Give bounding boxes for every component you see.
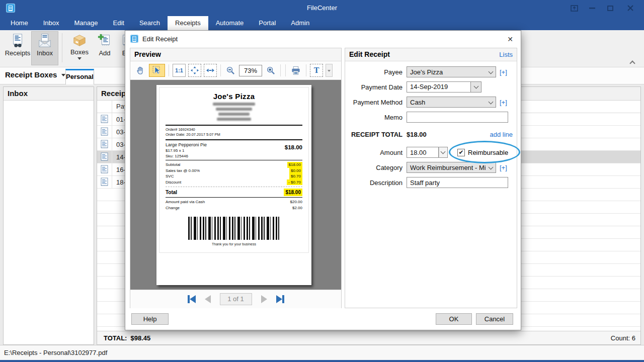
first-page-button[interactable]: [188, 295, 196, 303]
help-button[interactable]: Help: [131, 313, 169, 325]
zoom-out-icon[interactable]: [224, 64, 236, 77]
edit-receipt-dialog: Edit Receipt ✕ Preview 1:1: [125, 30, 521, 330]
reimbursable-checkbox[interactable]: ✔: [457, 149, 465, 156]
add-payment-method-button[interactable]: [+]: [500, 99, 507, 106]
ok-button[interactable]: OK: [436, 313, 472, 325]
cancel-button[interactable]: Cancel: [476, 313, 513, 325]
dialog-titlebar: Edit Receipt ✕: [125, 31, 521, 47]
receipt-boxes-dropdown[interactable]: Receipt Boxes: [5, 70, 65, 79]
reimbursable-label: Reimbursable: [468, 149, 508, 156]
payment-date-input[interactable]: 14-Sep-2019: [407, 81, 471, 93]
description-input[interactable]: [407, 177, 508, 188]
preview-canvas[interactable]: Joe's Pizza Order# 16924340 Order Date: …: [130, 80, 341, 290]
select-tool-button[interactable]: [149, 64, 165, 77]
menu-tab-home[interactable]: Home: [3, 16, 36, 30]
category-select[interactable]: Work Reimbursement - Misc: [407, 162, 496, 173]
receipt-order-date: Order Date: 20.07.2017 5:07 PM: [166, 132, 302, 137]
menu-tab-automate[interactable]: Automate: [208, 16, 252, 30]
edit-group-title: Edit Receipt: [349, 50, 390, 58]
zoom-level-input[interactable]: [239, 65, 262, 76]
collapse-ribbon-icon[interactable]: [629, 59, 637, 65]
add-receipt-icon: [97, 33, 112, 48]
category-label: Category: [345, 164, 407, 171]
add-receipt-button[interactable]: Add: [93, 31, 116, 65]
chevron-down-icon: [474, 84, 479, 89]
receipt-page: Joe's Pizza Order# 16924340 Order Date: …: [156, 85, 311, 285]
icon-column-header: [97, 101, 112, 113]
receipt-store-name: Joe's Pizza: [166, 92, 302, 101]
chevron-down-icon: [489, 100, 494, 105]
add-payee-button[interactable]: [+]: [500, 68, 507, 76]
menu-tab-inbox[interactable]: Inbox: [36, 16, 67, 30]
pin-window-icon[interactable]: [569, 3, 580, 13]
edit-receipt-group: Edit Receipt Lists Payee Joe's Pizza [+]…: [345, 48, 517, 308]
inbox-panel: Inbox: [3, 86, 94, 345]
window-title: FileCenter: [0, 0, 644, 16]
print-icon[interactable]: [289, 64, 302, 77]
receipt-svc-row: SVC$0.70: [166, 173, 302, 179]
zoom-in-icon[interactable]: [265, 64, 277, 77]
last-page-button[interactable]: [276, 295, 284, 303]
payment-method-select[interactable]: Cash: [407, 97, 496, 108]
inbox-panel-title: Inbox: [4, 87, 94, 101]
receipt-order-number: Order# 16924340: [166, 127, 302, 132]
menu-tab-receipts[interactable]: Receipts: [168, 16, 208, 30]
payment-date-label: Payment Date: [345, 83, 407, 91]
select-arrow-icon: [152, 66, 162, 75]
text-tool-dropdown-icon[interactable]: [326, 64, 333, 77]
date-dropdown-button[interactable]: [471, 81, 481, 93]
chevron-down-icon: [441, 149, 446, 154]
inbox-button[interactable]: Inbox: [31, 31, 58, 65]
amount-input[interactable]: [407, 147, 439, 158]
payee-label: Payee: [345, 68, 407, 76]
menu-tab-edit[interactable]: Edit: [105, 16, 131, 30]
payee-select[interactable]: Joe's Pizza: [407, 66, 496, 77]
window-border: [0, 360, 644, 362]
previous-page-button[interactable]: [205, 295, 211, 303]
box-icon: [72, 33, 87, 47]
amount-dropdown-button[interactable]: [439, 147, 448, 158]
pan-hand-icon[interactable]: [133, 64, 146, 77]
maximize-icon[interactable]: [605, 3, 616, 13]
count-badge: Count: 6: [611, 334, 635, 342]
memo-input[interactable]: [407, 112, 508, 123]
ribbon-separator: [62, 33, 62, 62]
dialog-close-icon[interactable]: ✕: [503, 33, 518, 46]
minimize-icon[interactable]: [587, 3, 598, 13]
boxes-button[interactable]: Boxes: [66, 31, 93, 65]
actual-size-button[interactable]: 1:1: [173, 64, 186, 77]
barcode: [188, 217, 280, 240]
menu-tab-admin[interactable]: Admin: [283, 16, 317, 30]
close-icon[interactable]: [625, 3, 636, 13]
next-page-button[interactable]: [261, 295, 267, 303]
receipt-line-item: Large Pepperoni Pie $17.95 x 1 Sku: 1254…: [166, 142, 302, 159]
text-select-tool-button[interactable]: T: [310, 64, 323, 77]
page-navigation: 1 of 1: [130, 290, 341, 308]
receipt-icon: [97, 151, 112, 163]
boxes-dropdown-icon: [77, 57, 82, 60]
lists-link[interactable]: Lists: [499, 48, 513, 61]
chevron-down-icon: [489, 69, 494, 74]
status-bar: E:\Receipts - Personal\3102977.pdf: [0, 345, 644, 360]
add-line-link[interactable]: add line: [490, 131, 513, 138]
memo-label: Memo: [345, 114, 407, 121]
preview-group: Preview 1:1: [130, 48, 342, 308]
tab-personal[interactable]: Personal: [65, 69, 94, 84]
fit-width-icon[interactable]: [204, 64, 217, 77]
dialog-app-icon: [130, 35, 138, 43]
chevron-down-icon: [489, 165, 494, 170]
menu-tab-search[interactable]: Search: [132, 16, 168, 30]
receipts-search-icon: [10, 33, 25, 48]
fit-page-icon[interactable]: [188, 64, 201, 77]
table-footer: TOTAL: $98.45 Count: 6: [97, 331, 640, 344]
preview-toolbar: 1:1 T: [130, 61, 341, 80]
receipt-thanks-text: Thank you for your business: [166, 242, 302, 246]
redacted-address-lines: [166, 103, 302, 121]
menu-tab-portal[interactable]: Portal: [251, 16, 283, 30]
receipt-icon: [97, 113, 112, 126]
add-category-button[interactable]: [+]: [500, 164, 507, 171]
receipt-icon: [97, 163, 112, 176]
receipts-search-button[interactable]: Receipts: [4, 31, 31, 65]
menu-tab-manage[interactable]: Manage: [67, 16, 106, 30]
total-value: $98.45: [130, 334, 150, 342]
